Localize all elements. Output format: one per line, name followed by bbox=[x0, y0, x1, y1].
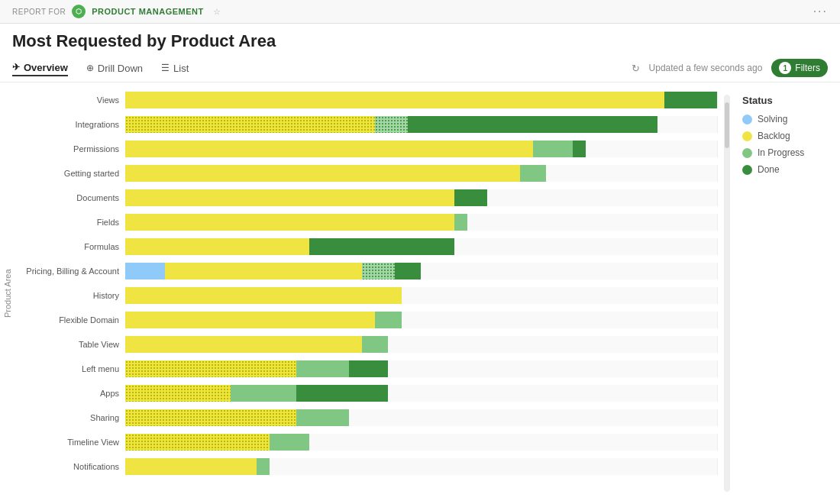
bar-track bbox=[125, 434, 718, 451]
bar-segment bbox=[375, 312, 401, 328]
legend-item-inprogress: In Progress bbox=[742, 147, 831, 158]
bar-row: Views bbox=[18, 89, 718, 111]
scrollbar-thumb bbox=[725, 102, 729, 148]
report-title: Most Requested by Product Area bbox=[0, 24, 840, 54]
solving-dot bbox=[742, 115, 752, 124]
bar-segment bbox=[125, 263, 165, 279]
bar-label: Formulas bbox=[18, 242, 125, 251]
product-title: PRODUCT MANAGEMENT bbox=[92, 7, 204, 16]
nav-bar: ✈ Overview ⊕ Drill Down ☰ List ↻ Updated… bbox=[0, 54, 840, 82]
bar-row: Permissions bbox=[18, 137, 718, 160]
bar-segment bbox=[165, 263, 362, 279]
star-icon[interactable]: ☆ bbox=[213, 7, 221, 17]
bar-track bbox=[125, 263, 718, 279]
report-for-label: REPORT FOR bbox=[12, 8, 66, 16]
bar-label: Integrations bbox=[18, 120, 125, 129]
bar-segment bbox=[125, 385, 231, 402]
bar-segment bbox=[349, 360, 389, 377]
bar-label: Permissions bbox=[18, 144, 125, 153]
bar-label: Documents bbox=[18, 193, 125, 202]
product-logo: ⬡ bbox=[72, 5, 86, 18]
filters-badge: 1 bbox=[779, 62, 791, 74]
bar-label: Flexible Domain bbox=[18, 315, 125, 325]
bar-segment bbox=[296, 409, 349, 426]
bar-track bbox=[125, 409, 718, 426]
bar-row: Pricing, Billing & Account bbox=[18, 260, 718, 283]
bar-row: Timeline View bbox=[18, 431, 718, 454]
bar-track bbox=[125, 165, 718, 182]
legend-item-done: Done bbox=[742, 164, 831, 175]
bar-row: Formulas bbox=[18, 235, 718, 258]
bar-track bbox=[125, 214, 718, 231]
bar-segment bbox=[125, 165, 520, 182]
drilldown-icon: ⊕ bbox=[86, 63, 94, 73]
bar-segment bbox=[309, 238, 454, 255]
bar-segment bbox=[125, 409, 296, 426]
refresh-icon[interactable]: ↻ bbox=[632, 63, 640, 74]
bar-row: Left menu bbox=[18, 357, 718, 380]
bar-label: Views bbox=[18, 95, 125, 105]
legend-title: Status bbox=[742, 95, 831, 106]
bar-segment bbox=[664, 92, 717, 108]
inprogress-dot bbox=[742, 148, 752, 158]
bar-row: Sharing bbox=[18, 406, 718, 429]
bar-segment bbox=[125, 434, 270, 451]
bar-segment bbox=[257, 458, 270, 475]
tab-list[interactable]: ☰ List bbox=[161, 61, 189, 76]
app-container: REPORT FOR ⬡ PRODUCT MANAGEMENT ☆ ··· Mo… bbox=[0, 0, 840, 504]
bar-segment bbox=[454, 189, 487, 206]
bar-segment bbox=[573, 141, 586, 157]
tab-overview[interactable]: ✈ Overview bbox=[12, 60, 68, 76]
bar-segment bbox=[362, 336, 388, 353]
bar-label: Apps bbox=[18, 389, 125, 398]
tab-drilldown-label: Drill Down bbox=[98, 63, 143, 74]
bar-row: Documents bbox=[18, 186, 718, 209]
solving-label: Solving bbox=[758, 114, 787, 124]
list-icon: ☰ bbox=[161, 63, 170, 73]
tab-overview-label: Overview bbox=[24, 62, 68, 73]
done-dot bbox=[742, 165, 752, 175]
backlog-dot bbox=[742, 131, 752, 141]
updated-text: Updated a few seconds ago bbox=[649, 63, 763, 73]
scrollbar[interactable] bbox=[724, 95, 730, 492]
bar-segment bbox=[125, 360, 296, 377]
bar-segment bbox=[231, 385, 296, 402]
tab-drilldown[interactable]: ⊕ Drill Down bbox=[86, 61, 143, 76]
bar-row: Getting started bbox=[18, 162, 718, 185]
bar-segment bbox=[296, 360, 349, 377]
bars-section: ViewsIntegrationsPermissionsGetting star… bbox=[18, 89, 721, 498]
tab-list-label: List bbox=[173, 63, 189, 74]
bar-row: Apps bbox=[18, 382, 718, 405]
more-options-icon[interactable]: ··· bbox=[813, 5, 828, 18]
bar-segment bbox=[270, 434, 309, 451]
bar-segment bbox=[454, 214, 467, 231]
bar-segment bbox=[375, 116, 408, 133]
done-label: Done bbox=[758, 164, 780, 175]
bar-track bbox=[125, 385, 718, 402]
bar-track bbox=[125, 458, 718, 475]
bar-segment bbox=[125, 287, 402, 304]
bar-segment bbox=[408, 116, 657, 133]
bar-label: Fields bbox=[18, 218, 125, 227]
filters-button[interactable]: 1 Filters bbox=[771, 59, 828, 77]
bar-segment bbox=[125, 312, 375, 328]
legend-item-solving: Solving bbox=[742, 114, 831, 124]
bar-row: Integrations bbox=[18, 113, 718, 136]
nav-right: ↻ Updated a few seconds ago 1 Filters bbox=[632, 59, 828, 77]
backlog-label: Backlog bbox=[758, 131, 790, 141]
bar-label: Timeline View bbox=[18, 438, 125, 447]
bar-label: Sharing bbox=[18, 413, 125, 422]
bar-track bbox=[125, 189, 718, 206]
y-axis-label: Product Area bbox=[0, 89, 18, 498]
overview-icon: ✈ bbox=[12, 62, 20, 73]
bar-label: Table View bbox=[18, 340, 125, 349]
bar-segment bbox=[125, 458, 257, 475]
bar-segment bbox=[125, 238, 309, 255]
bar-segment bbox=[362, 263, 395, 279]
bar-label: History bbox=[18, 291, 125, 300]
bar-segment bbox=[296, 385, 389, 402]
bar-segment bbox=[125, 92, 664, 108]
bar-track bbox=[125, 92, 718, 108]
filters-label: Filters bbox=[795, 63, 820, 73]
bar-row: Notifications bbox=[18, 455, 718, 478]
